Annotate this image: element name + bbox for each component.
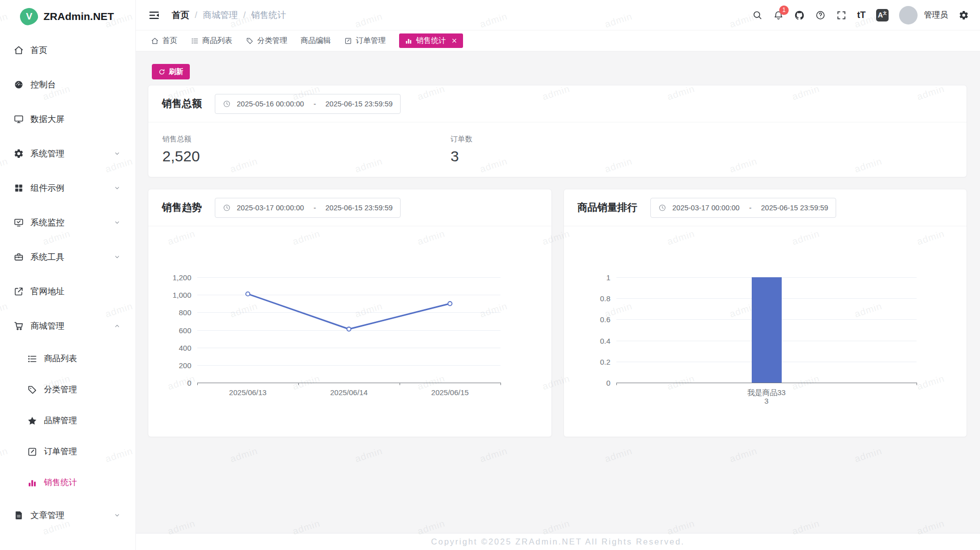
stat-item: 订单数3 bbox=[451, 134, 739, 165]
close-icon[interactable] bbox=[451, 37, 458, 44]
github-icon[interactable] bbox=[794, 10, 805, 20]
notification-badge: 1 bbox=[779, 5, 789, 15]
sidebar-item-chart[interactable]: 销售统计 bbox=[0, 467, 135, 498]
language-translate-icon[interactable]: A文 bbox=[876, 9, 889, 21]
breadcrumb: 首页/商城管理/销售统计 bbox=[172, 9, 286, 21]
tab-tag[interactable]: 分类管理 bbox=[246, 36, 287, 45]
refresh-button[interactable]: 刷新 bbox=[152, 64, 190, 79]
help-icon[interactable] bbox=[815, 10, 826, 20]
card-title: 商品销量排行 bbox=[577, 201, 637, 214]
content: 刷新 销售总额 2025-05-16 00:00:00 - 2025-06-15… bbox=[136, 51, 980, 550]
date-range-picker[interactable]: 2025-03-17 00:00:00 - 2025-06-15 23:59:5… bbox=[215, 198, 401, 218]
tab-chart[interactable]: 销售统计 bbox=[399, 33, 463, 48]
date-end: 2025-06-15 23:59:59 bbox=[761, 204, 829, 212]
tab-label: 销售统计 bbox=[416, 36, 446, 45]
x-axis-tick bbox=[917, 383, 917, 385]
order-icon bbox=[344, 37, 352, 45]
sidebar-item-label: 首页 bbox=[30, 44, 47, 56]
y-axis-tick-label: 0.6 bbox=[574, 315, 610, 324]
sidebar-item-order[interactable]: 订单管理 bbox=[0, 436, 135, 467]
sidebar-item-label: 数据大屏 bbox=[30, 113, 64, 125]
sidebar-item-monitor[interactable]: 系统监控 bbox=[0, 205, 135, 240]
sidebar-item-home[interactable]: 首页 bbox=[0, 33, 135, 67]
breadcrumb-item[interactable]: 首页 bbox=[172, 9, 189, 21]
external-link-icon bbox=[13, 286, 24, 297]
y-axis-tick-label: 0.8 bbox=[574, 294, 610, 303]
y-axis-tick-label: 1 bbox=[574, 273, 610, 282]
breadcrumb-item[interactable]: 销售统计 bbox=[251, 9, 286, 21]
user-avatar[interactable] bbox=[899, 6, 918, 24]
components-icon bbox=[13, 183, 24, 193]
trend-line-series bbox=[148, 226, 505, 388]
sidebar-item-components[interactable]: 组件示例 bbox=[0, 171, 135, 205]
navbar-actions: 1 tT A文 管理员 bbox=[752, 6, 969, 24]
sidebar-item-tools[interactable]: 系统工具 bbox=[0, 240, 135, 274]
date-start: 2025-03-17 00:00:00 bbox=[672, 204, 740, 212]
sales-total-card: 销售总额 2025-05-16 00:00:00 - 2025-06-15 23… bbox=[148, 85, 967, 177]
home-icon bbox=[13, 45, 24, 55]
dashboard-icon bbox=[13, 79, 24, 90]
list-icon bbox=[191, 37, 199, 45]
sidebar-item-label: 分类管理 bbox=[44, 384, 77, 395]
date-separator: - bbox=[314, 100, 316, 108]
app-title: ZRAdmin.NET bbox=[43, 10, 114, 22]
home-icon bbox=[151, 37, 159, 45]
settings-gear-icon[interactable] bbox=[959, 10, 969, 20]
sidebar-item-screen[interactable]: 数据大屏 bbox=[0, 102, 135, 136]
sidebar-collapse-icon[interactable] bbox=[148, 9, 160, 21]
y-axis-tick-label: 0.4 bbox=[574, 336, 610, 345]
tab-home[interactable]: 首页 bbox=[151, 36, 177, 45]
sidebar-item-star[interactable]: 品牌管理 bbox=[0, 405, 135, 436]
star-icon bbox=[27, 416, 37, 426]
product-rank-bar-chart: 00.20.40.60.81我是商品333 bbox=[564, 226, 967, 437]
sidebar-item-label: 商城管理 bbox=[30, 320, 64, 332]
date-range-picker[interactable]: 2025-03-17 00:00:00 - 2025-06-15 23:59:5… bbox=[650, 198, 836, 218]
chevron-up-icon bbox=[114, 323, 120, 329]
sidebar-item-gear[interactable]: 系统管理 bbox=[0, 136, 135, 171]
data-point bbox=[246, 292, 250, 296]
sidebar-item-cart[interactable]: 商城管理 bbox=[0, 309, 135, 343]
chevron-down-icon bbox=[114, 254, 120, 260]
copyright-text: Copyright ©2025 ZRAdmin.NET All Rights R… bbox=[431, 537, 685, 547]
user-name[interactable]: 管理员 bbox=[924, 10, 948, 20]
date-range-picker[interactable]: 2025-05-16 00:00:00 - 2025-06-15 23:59:5… bbox=[215, 94, 401, 114]
tab-list[interactable]: 商品列表 bbox=[191, 36, 232, 45]
list-icon bbox=[27, 354, 37, 364]
tag-icon bbox=[27, 385, 37, 395]
tools-icon bbox=[13, 252, 24, 262]
sidebar-item-article[interactable]: 文章管理 bbox=[0, 498, 135, 533]
chart-icon bbox=[27, 478, 37, 488]
date-end: 2025-06-15 23:59:59 bbox=[326, 100, 393, 108]
navbar: 首页/商城管理/销售统计 1 tT A文 管理员 bbox=[136, 0, 980, 30]
sidebar-menu: 首页控制台数据大屏系统管理组件示例系统监控系统工具官网地址商城管理商品列表分类管… bbox=[0, 33, 135, 533]
date-separator: - bbox=[749, 204, 752, 212]
app-logo[interactable]: V ZRAdmin.NET bbox=[0, 0, 135, 33]
sales-trend-line-chart: 02004006008001,0001,2002025/06/132025/06… bbox=[148, 226, 551, 437]
notifications-bell-icon[interactable]: 1 bbox=[773, 10, 784, 20]
fullscreen-icon[interactable] bbox=[836, 10, 847, 20]
tab-label: 订单管理 bbox=[356, 36, 386, 45]
sidebar-item-dashboard[interactable]: 控制台 bbox=[0, 67, 135, 102]
refresh-icon bbox=[158, 68, 165, 75]
stat-value: 2,520 bbox=[162, 148, 451, 165]
clock-icon bbox=[658, 204, 666, 212]
chart-icon bbox=[405, 37, 413, 45]
breadcrumb-item[interactable]: 商城管理 bbox=[203, 9, 238, 21]
sidebar-item-label: 官网地址 bbox=[30, 286, 64, 297]
sidebar-item-external-link[interactable]: 官网地址 bbox=[0, 274, 135, 309]
tag-icon bbox=[246, 37, 254, 45]
date-end: 2025-06-15 23:59:59 bbox=[326, 204, 393, 212]
tab-order[interactable]: 订单管理 bbox=[344, 36, 386, 45]
logo-icon: V bbox=[18, 6, 39, 26]
sidebar-item-list[interactable]: 商品列表 bbox=[0, 343, 135, 374]
stat-item: 销售总额2,520 bbox=[162, 134, 451, 165]
sidebar-item-tag[interactable]: 分类管理 bbox=[0, 374, 135, 405]
sidebar-item-label: 组件示例 bbox=[30, 182, 64, 194]
sidebar-item-label: 商品列表 bbox=[44, 353, 77, 364]
tab-item[interactable]: 商品编辑 bbox=[301, 36, 331, 45]
font-size-icon[interactable]: tT bbox=[857, 10, 866, 20]
tab-label: 分类管理 bbox=[257, 36, 287, 45]
search-icon[interactable] bbox=[752, 10, 763, 20]
sales-trend-card: 销售趋势 2025-03-17 00:00:00 - 2025-06-15 23… bbox=[148, 189, 552, 437]
data-point bbox=[347, 327, 351, 331]
